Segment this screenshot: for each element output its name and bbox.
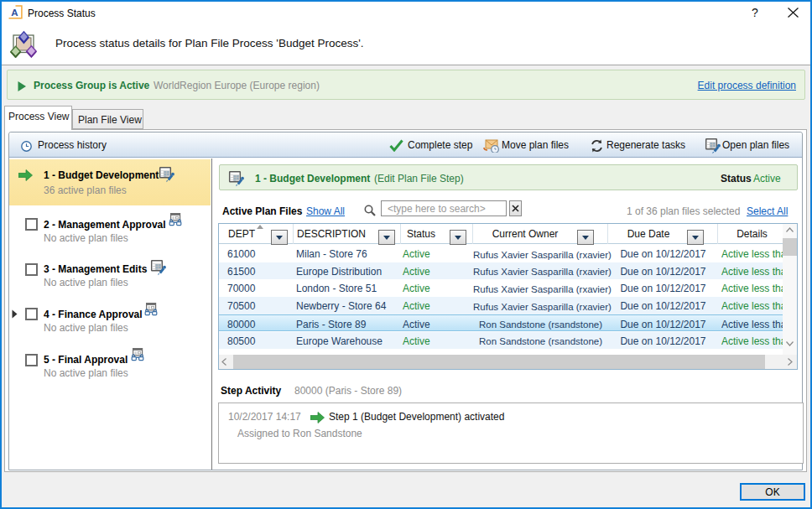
svg-text:A: A: [11, 8, 18, 18]
